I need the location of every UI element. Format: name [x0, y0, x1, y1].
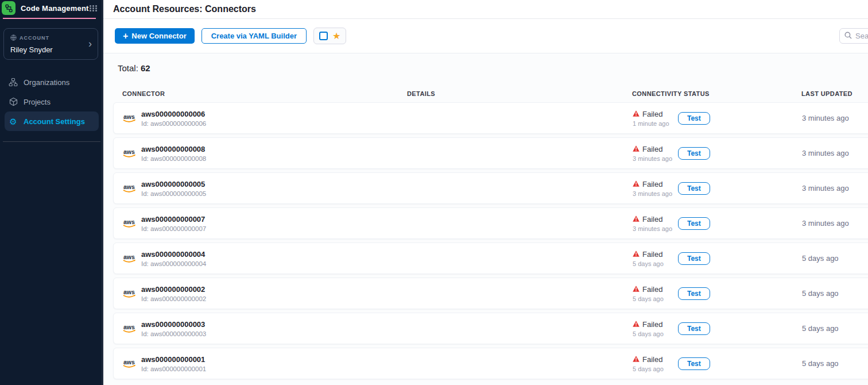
org-chart-icon: [9, 78, 18, 87]
aws-logo-icon: aws: [123, 359, 137, 369]
test-button[interactable]: Test: [678, 252, 710, 265]
search-input[interactable]: [855, 32, 868, 40]
connector-list: aws aws000000000006 Id: aws000000000006: [103, 102, 868, 379]
sidebar-nav: Organizations Projects ⚙ Account Setting…: [0, 72, 103, 142]
status-label: Failed: [642, 215, 662, 224]
chevron-right-icon: ›: [88, 38, 92, 49]
connector-id: Id: aws000000000002: [141, 295, 206, 302]
connector-name: aws000000000006: [141, 110, 206, 118]
connectivity-status: Failed 5 days ago: [633, 320, 678, 337]
connector-row[interactable]: aws aws000000000005 Id: aws000000000005: [113, 172, 868, 204]
connector-id: Id: aws000000000005: [141, 190, 206, 197]
account-label: ACCOUNT: [20, 35, 49, 41]
main-area: Account Resources: Connectors + New Conn…: [103, 0, 868, 385]
connector-id: Id: aws000000000007: [141, 225, 206, 232]
connectivity-status: Failed 5 days ago: [633, 285, 678, 302]
test-button[interactable]: Test: [678, 147, 710, 160]
connector-name: aws000000000004: [141, 250, 206, 259]
svg-text:aws: aws: [123, 183, 135, 190]
page-title: Account Resources: Connectors: [113, 4, 256, 14]
last-updated: 3 minutes ago: [802, 114, 868, 122]
yaml-builder-button[interactable]: Create via YAML Builder: [202, 28, 307, 44]
account-selector[interactable]: ACCOUNT Riley Snyder ›: [3, 28, 98, 60]
app-launcher-grid-icon[interactable]: [90, 5, 98, 11]
connector-row[interactable]: aws aws000000000004 Id: aws000000000004: [113, 242, 868, 274]
svg-text:aws: aws: [123, 113, 135, 120]
aws-logo-icon: aws: [123, 113, 137, 124]
connectivity-status: Failed 3 minutes ago: [633, 145, 678, 162]
column-header-last-updated: LAST UPDATED: [801, 90, 868, 97]
favorites-checkbox[interactable]: [319, 32, 328, 40]
star-icon[interactable]: ★: [332, 32, 340, 41]
connector-name: aws000000000002: [141, 285, 206, 294]
connector-row[interactable]: aws aws000000000002 Id: aws000000000002: [113, 278, 868, 309]
nav-divider: [3, 141, 100, 142]
toolbar: + New Connector Create via YAML Builder …: [103, 19, 868, 53]
gear-icon: ⚙: [9, 117, 18, 126]
account-scope-icon: [10, 33, 17, 43]
favorites-filter-group: ★: [313, 28, 346, 44]
aws-logo-icon: aws: [123, 253, 137, 264]
warning-triangle-icon: [633, 355, 640, 364]
sidebar-item-projects[interactable]: Projects: [5, 92, 99, 111]
table-header-row: CONNECTOR DETAILS CONNECTIVITY STATUS LA…: [113, 90, 868, 97]
aws-logo-icon: aws: [123, 218, 137, 229]
test-button[interactable]: Test: [678, 112, 710, 125]
pink-accent-divider: [3, 18, 96, 19]
sidebar-item-account-settings[interactable]: ⚙ Account Settings: [5, 111, 99, 131]
connector-name: aws000000000003: [141, 320, 206, 329]
connectivity-status: Failed 5 days ago: [633, 250, 678, 267]
sidebar-item-organizations[interactable]: Organizations: [5, 72, 99, 92]
connector-row[interactable]: aws aws000000000008 Id: aws000000000008: [113, 137, 868, 169]
connector-id: Id: aws000000000008: [141, 155, 206, 162]
last-updated: 5 days ago: [802, 254, 868, 263]
aws-logo-icon: aws: [123, 183, 137, 194]
status-label: Failed: [642, 145, 662, 153]
connector-name: aws000000000007: [141, 215, 206, 224]
connector-row[interactable]: aws aws000000000001 Id: aws000000000001: [113, 348, 868, 379]
status-label: Failed: [642, 110, 662, 118]
cube-icon: [9, 97, 18, 106]
search-icon: [844, 31, 852, 41]
status-time: 5 days ago: [633, 330, 678, 337]
status-label: Failed: [642, 250, 662, 259]
last-updated: 5 days ago: [802, 359, 868, 368]
warning-triangle-icon: [633, 110, 640, 118]
test-button[interactable]: Test: [678, 182, 710, 195]
connector-row[interactable]: aws aws000000000003 Id: aws000000000003: [113, 313, 868, 344]
connectors-content: Total: 62 CONNECTOR DETAILS CONNECTIVITY…: [103, 63, 868, 379]
account-name: Riley Snyder: [10, 45, 92, 54]
status-time: 3 minutes ago: [633, 190, 678, 197]
plus-icon: +: [123, 32, 128, 41]
sidebar-item-label: Account Settings: [24, 117, 85, 126]
svg-text:aws: aws: [123, 148, 135, 155]
warning-triangle-icon: [633, 320, 640, 329]
test-button[interactable]: Test: [678, 217, 710, 230]
connector-id: Id: aws000000000004: [141, 260, 206, 267]
aws-logo-icon: aws: [123, 324, 137, 334]
connector-row[interactable]: aws aws000000000006 Id: aws000000000006: [113, 102, 868, 134]
status-label: Failed: [642, 320, 662, 329]
status-time: 3 minutes ago: [633, 155, 678, 162]
svg-text:aws: aws: [123, 253, 135, 260]
column-header-connector: CONNECTOR: [113, 90, 407, 97]
warning-triangle-icon: [633, 285, 640, 294]
aws-logo-icon: aws: [123, 288, 137, 299]
total-count: Total: 62: [118, 63, 868, 73]
code-management-logo-icon: [2, 1, 16, 15]
status-label: Failed: [642, 355, 662, 364]
warning-triangle-icon: [633, 250, 640, 259]
connector-row[interactable]: aws aws000000000007 Id: aws000000000007: [113, 207, 868, 239]
svg-text:aws: aws: [123, 324, 135, 330]
last-updated: 5 days ago: [802, 324, 868, 333]
last-updated: 3 minutes ago: [802, 219, 868, 228]
warning-triangle-icon: [633, 180, 640, 188]
status-label: Failed: [642, 285, 662, 294]
connectivity-status: Failed 1 minute ago: [633, 110, 678, 127]
app-logo-row: Code Management: [0, 0, 103, 15]
test-button[interactable]: Test: [678, 287, 710, 300]
new-connector-button[interactable]: + New Connector: [115, 28, 195, 44]
test-button[interactable]: Test: [678, 357, 710, 370]
aws-logo-icon: aws: [123, 148, 137, 159]
test-button[interactable]: Test: [678, 322, 710, 335]
